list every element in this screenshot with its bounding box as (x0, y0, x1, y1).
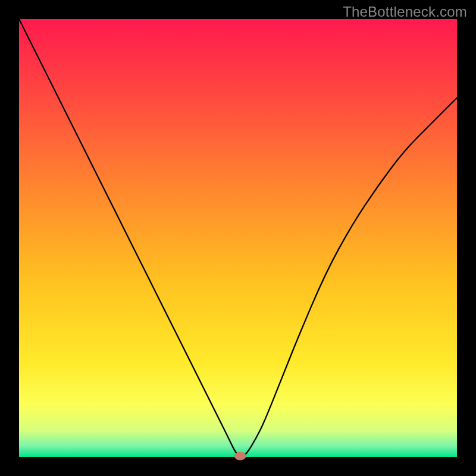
chart-frame: TheBottleneck.com (0, 0, 476, 476)
optimal-point-marker (234, 452, 246, 461)
watermark-text: TheBottleneck.com (343, 4, 467, 20)
chart-plot-area (19, 19, 457, 457)
bottleneck-chart (0, 0, 476, 476)
